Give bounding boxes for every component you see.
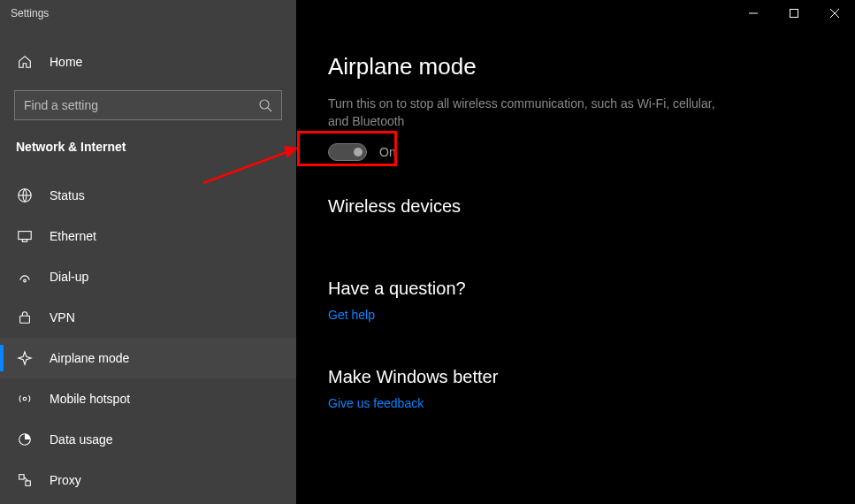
- sidebar-item-mobile-hotspot[interactable]: Mobile hotspot: [0, 378, 296, 419]
- feedback-link[interactable]: Give us feedback: [328, 396, 424, 410]
- svg-rect-15: [26, 481, 30, 485]
- sidebar-item-label: Airplane mode: [50, 351, 129, 365]
- window-title: Settings: [11, 7, 49, 19]
- search-input[interactable]: [14, 90, 282, 120]
- maximize-button[interactable]: [774, 0, 814, 27]
- home-button[interactable]: Home: [0, 46, 296, 78]
- sidebar-item-vpn[interactable]: VPN: [0, 297, 296, 338]
- dialup-icon: [16, 268, 34, 286]
- sidebar-item-label: VPN: [50, 310, 75, 325]
- page-title: Airplane mode: [328, 53, 823, 80]
- sidebar-item-label: Mobile hotspot: [50, 392, 130, 406]
- svg-rect-8: [19, 232, 31, 240]
- svg-point-12: [23, 397, 27, 401]
- svg-point-10: [24, 279, 27, 282]
- status-icon: [16, 187, 34, 204]
- sidebar-item-airplane-mode[interactable]: Airplane mode: [0, 338, 296, 378]
- toggle-knob: [354, 148, 363, 157]
- svg-point-4: [260, 100, 269, 109]
- sidebar-item-label: Data usage: [50, 432, 113, 447]
- get-help-link[interactable]: Get help: [328, 308, 375, 322]
- airplane-icon: [16, 349, 34, 367]
- svg-rect-1: [790, 10, 798, 18]
- search-field[interactable]: [24, 98, 258, 112]
- page-description: Turn this on to stop all wireless commun…: [328, 95, 717, 131]
- sidebar-item-label: Proxy: [50, 473, 81, 487]
- ethernet-icon: [16, 227, 34, 245]
- feedback-title: Make Windows better: [328, 367, 823, 387]
- sidebar-item-ethernet[interactable]: Ethernet: [0, 216, 296, 256]
- hotspot-icon: [16, 390, 34, 408]
- airplane-mode-toggle[interactable]: [328, 143, 367, 161]
- svg-line-5: [268, 108, 271, 111]
- category-label: Network & Internet: [0, 120, 296, 163]
- svg-line-16: [24, 477, 28, 481]
- sidebar-item-data-usage[interactable]: Data usage: [0, 419, 296, 460]
- search-icon: [258, 98, 272, 112]
- minimize-button[interactable]: [733, 0, 774, 27]
- help-title: Have a question?: [328, 279, 823, 299]
- main-content: Airplane mode Turn this on to stop all w…: [296, 27, 855, 504]
- wireless-devices-title: Wireless devices: [328, 196, 823, 217]
- titlebar: Settings: [0, 0, 855, 27]
- sidebar: Home Network & Internet: [0, 27, 296, 504]
- vpn-icon: [16, 309, 34, 326]
- sidebar-item-dialup[interactable]: Dial-up: [0, 256, 296, 297]
- proxy-icon: [16, 471, 34, 489]
- nav-list: Status Ethernet Di: [0, 175, 296, 500]
- svg-rect-11: [20, 316, 30, 323]
- sidebar-item-label: Ethernet: [50, 229, 96, 243]
- sidebar-item-proxy[interactable]: Proxy: [0, 460, 296, 500]
- toggle-label: On: [379, 145, 396, 159]
- svg-rect-9: [22, 240, 27, 242]
- svg-rect-14: [19, 475, 24, 479]
- home-label: Home: [50, 55, 82, 69]
- sidebar-item-status[interactable]: Status: [0, 175, 296, 216]
- home-icon: [16, 53, 34, 71]
- close-button[interactable]: [814, 0, 855, 27]
- sidebar-item-label: Status: [50, 188, 85, 202]
- sidebar-item-label: Dial-up: [50, 270, 88, 284]
- data-usage-icon: [16, 431, 34, 448]
